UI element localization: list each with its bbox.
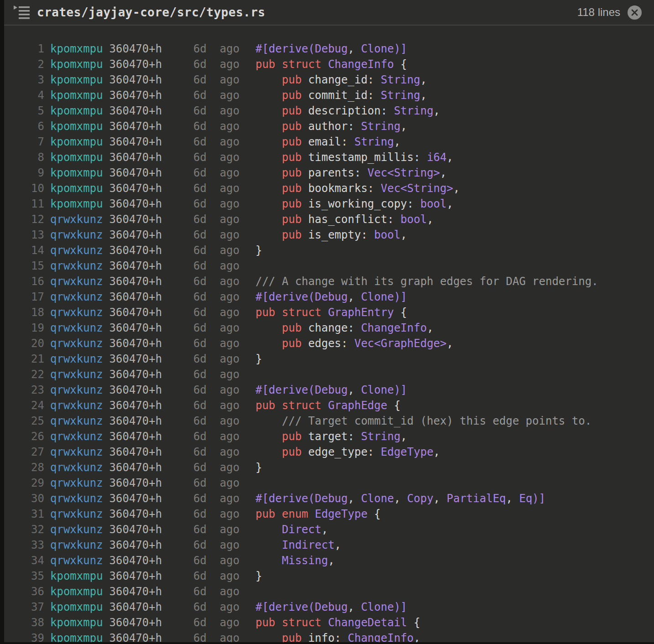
commit-change-id: kpomxmpu <box>50 196 103 212</box>
code-segment: , <box>335 539 341 551</box>
code-segment: )] <box>394 291 407 303</box>
commit-timestamp: 6d ago <box>162 506 239 522</box>
code-segment: pub <box>282 89 301 102</box>
code-segment <box>255 446 282 458</box>
commit-timestamp: 6d ago <box>162 289 239 305</box>
annotation-row: 29qrwxkunz360470+h6d ago <box>4 475 654 491</box>
annotation-row: 2kpomxmpu360470+h6d agopub struct Change… <box>4 57 654 72</box>
line-number: 31 <box>4 506 44 522</box>
code-segment: pub <box>282 166 301 179</box>
code-segment: String <box>381 89 420 102</box>
commit-change-id: qrwxkunz <box>50 320 103 336</box>
code-segment <box>255 213 282 226</box>
header-right-group: 118 lines <box>577 5 654 20</box>
annotation-row: 18qrwxkunz360470+h6d agopub struct Graph… <box>4 305 654 320</box>
code-line: pub parents: Vec<String>, <box>255 165 446 181</box>
commit-change-id: kpomxmpu <box>50 119 103 134</box>
commit-hash: 360470+h <box>109 522 162 537</box>
commit-timestamp: 6d ago <box>162 243 239 258</box>
commit-change-id: qrwxkunz <box>50 429 103 444</box>
code-segment: EdgeType <box>315 508 368 520</box>
code-segment: , <box>506 492 519 505</box>
line-number: 20 <box>4 336 44 351</box>
code-segment: Clone <box>361 291 394 303</box>
commit-change-id: qrwxkunz <box>50 475 103 491</box>
line-number: 24 <box>4 398 44 413</box>
commit-change-id: qrwxkunz <box>50 289 103 305</box>
code-line: pub edge_type: EdgeType, <box>255 444 440 460</box>
code-segment: pub <box>282 213 301 226</box>
code-segment: , <box>420 89 426 102</box>
code-line: Indirect, <box>255 537 341 553</box>
code-segment: , <box>328 554 334 567</box>
code-segment: , <box>427 213 433 226</box>
file-annotation-window: crates/jayjay-core/src/types.rs 118 line… <box>4 0 654 642</box>
commit-change-id: qrwxkunz <box>50 413 103 429</box>
code-segment: , <box>433 492 446 505</box>
code-segment: pub <box>282 104 301 117</box>
code-segment: { <box>394 58 407 71</box>
code-segment: bool <box>374 229 400 241</box>
file-viewer-header: crates/jayjay-core/src/types.rs 118 line… <box>4 0 654 26</box>
commit-change-id: qrwxkunz <box>50 491 103 506</box>
code-segment: info: <box>301 632 348 642</box>
code-segment: description: <box>301 104 394 117</box>
code-segment: )] <box>394 601 407 613</box>
code-segment: pub <box>282 120 301 133</box>
commit-hash: 360470+h <box>109 103 162 119</box>
code-line: #[derive(Debug, Clone)] <box>255 289 407 305</box>
code-segment: change: <box>301 322 361 334</box>
code-line: } <box>255 243 262 258</box>
code-segment: Vec<GraphEdge> <box>354 337 446 350</box>
code-segment: Indirect <box>282 539 335 551</box>
code-line: #[derive(Debug, Clone)] <box>255 41 407 57</box>
commit-timestamp: 6d ago <box>162 599 239 615</box>
code-segment: Clone <box>361 492 394 505</box>
commit-timestamp: 6d ago <box>162 165 239 181</box>
commit-hash: 360470+h <box>109 305 162 320</box>
commit-hash: 360470+h <box>109 553 162 568</box>
commit-hash: 360470+h <box>109 506 162 522</box>
commit-hash: 360470+h <box>109 413 162 429</box>
line-number: 34 <box>4 553 44 568</box>
commit-hash: 360470+h <box>109 584 162 599</box>
code-segment: EdgeType <box>381 446 434 458</box>
code-segment: , <box>394 492 407 505</box>
code-segment: pub struct <box>255 306 328 319</box>
code-segment <box>255 151 282 164</box>
close-button[interactable] <box>628 5 642 20</box>
commit-hash: 360470+h <box>109 491 162 506</box>
code-segment: , <box>400 430 407 443</box>
code-line: } <box>255 460 262 475</box>
file-path-title: crates/jayjay-core/src/types.rs <box>37 5 265 19</box>
code-line: pub timestamp_millis: i64, <box>255 150 453 165</box>
code-segment <box>255 182 282 195</box>
code-segment: ChangeInfo <box>348 632 414 642</box>
commit-change-id: qrwxkunz <box>50 460 103 475</box>
log-list-icon[interactable] <box>13 5 30 20</box>
commit-change-id: qrwxkunz <box>50 227 103 243</box>
line-number: 36 <box>4 584 44 599</box>
code-segment: String <box>381 73 420 86</box>
code-segment: pub <box>282 182 301 195</box>
code-segment: Direct <box>282 523 322 536</box>
annotation-row: 1kpomxmpu360470+h6d ago#[derive(Debug, C… <box>4 41 654 57</box>
code-segment: )] <box>532 492 545 505</box>
code-segment: String <box>361 120 400 133</box>
line-number: 21 <box>4 351 44 367</box>
commit-timestamp: 6d ago <box>162 367 239 382</box>
annotation-row: 36kpomxmpu360470+h6d ago <box>4 584 654 599</box>
code-segment: edge_type: <box>301 446 380 458</box>
commit-hash: 360470+h <box>109 336 162 351</box>
code-segment: String <box>354 135 394 148</box>
annotation-rows[interactable]: 1kpomxmpu360470+h6d ago#[derive(Debug, C… <box>4 26 654 642</box>
line-number: 9 <box>4 165 44 181</box>
commit-hash: 360470+h <box>109 630 162 642</box>
line-count-label: 118 lines <box>577 6 620 19</box>
line-number: 18 <box>4 305 44 320</box>
annotation-row: 14qrwxkunz360470+h6d ago} <box>4 243 654 258</box>
code-segment: timestamp_millis: <box>301 151 427 164</box>
code-segment: , <box>348 291 361 303</box>
commit-change-id: kpomxmpu <box>50 72 103 88</box>
code-line: pub is_working_copy: bool, <box>255 196 453 212</box>
